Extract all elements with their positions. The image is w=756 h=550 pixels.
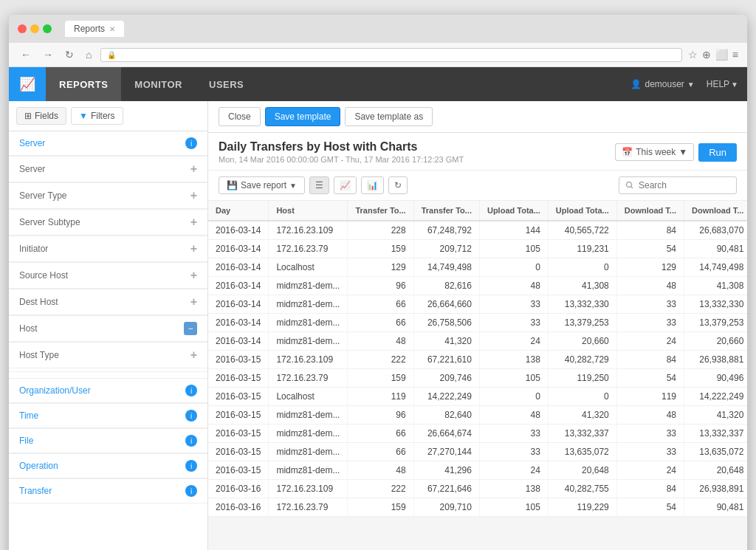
browser-tab[interactable]: Reports ✕: [65, 21, 124, 37]
table-row[interactable]: 2016-03-15midmz81-dem...4841,2962420,648…: [208, 461, 747, 480]
sidebar-section-org-user[interactable]: Organization/User i: [9, 378, 207, 403]
maximize-window-button[interactable]: [43, 24, 52, 33]
table-row[interactable]: 2016-03-15midmz81-dem...6626,664,6743313…: [208, 424, 747, 443]
sidebar-item-host[interactable]: Host −: [9, 315, 207, 342]
refresh-button[interactable]: ↻: [62, 47, 77, 62]
filters-tab[interactable]: ▼ Filters: [71, 107, 123, 125]
sidebar-item-server[interactable]: Server +: [9, 156, 207, 182]
sidebar-item-initiator[interactable]: Initiator +: [9, 236, 207, 262]
sidebar-server-type-label: Server Type: [19, 190, 66, 201]
table-cell: 48: [348, 461, 413, 480]
table-cell: 2016-03-15: [208, 369, 269, 388]
org-user-info-icon[interactable]: i: [185, 385, 197, 396]
table-row[interactable]: 2016-03-16172.16.23.10922267,221,6461384…: [208, 480, 747, 498]
navbar-items: REPORTS MONITOR USERS: [46, 67, 257, 101]
sidebar-item-server-subtype[interactable]: Server Subtype +: [9, 209, 207, 236]
run-button[interactable]: Run: [698, 143, 737, 162]
server-subtype-add-button[interactable]: +: [190, 216, 197, 229]
operation-info-icon[interactable]: i: [185, 460, 197, 472]
table-row[interactable]: 2016-03-15172.16.23.79159209,746105119,2…: [208, 369, 747, 388]
close-button[interactable]: Close: [219, 107, 261, 126]
date-range-selector[interactable]: 📅 This week ▼: [615, 143, 694, 161]
table-cell: 228: [348, 221, 413, 240]
bar-chart-view-button[interactable]: 📊: [361, 176, 384, 194]
file-info-icon[interactable]: i: [185, 435, 197, 447]
sidebar-host-type-label: Host Type: [19, 350, 59, 360]
table-row[interactable]: 2016-03-15172.16.23.10922267,221,6101384…: [208, 351, 747, 369]
server-type-add-button[interactable]: +: [190, 189, 197, 202]
browser-tab-close[interactable]: ✕: [109, 25, 115, 33]
user-menu[interactable]: 👤 demouser ▼: [630, 79, 694, 89]
table-cell: 20,660: [548, 332, 616, 351]
server-info-icon[interactable]: i: [185, 137, 197, 149]
search-wrapper: [619, 176, 737, 194]
sidebar-section-file[interactable]: File i: [9, 428, 207, 453]
sidebar-section-operation[interactable]: Operation i: [9, 453, 207, 478]
table-row[interactable]: 2016-03-14Localhost12914,749,4980012914,…: [208, 258, 747, 277]
menu-icon[interactable]: ≡: [732, 49, 738, 61]
minimize-window-button[interactable]: [30, 24, 39, 33]
search-input[interactable]: [619, 176, 737, 194]
sidebar-item-server-type[interactable]: Server Type +: [9, 182, 207, 209]
line-chart-view-button[interactable]: 📈: [334, 176, 357, 194]
table-cell: 2016-03-16: [208, 498, 269, 517]
help-menu[interactable]: HELP ▼: [707, 79, 738, 89]
server-section-header[interactable]: Server i: [9, 131, 207, 156]
source-host-add-button[interactable]: +: [190, 269, 197, 282]
table-cell: 2016-03-16: [208, 480, 269, 498]
sidebar-item-source-host[interactable]: Source Host +: [9, 262, 207, 289]
close-window-button[interactable]: [18, 24, 27, 33]
refresh-view-button[interactable]: ↻: [388, 176, 408, 194]
table-row[interactable]: 2016-03-15midmz81-dem...9682,6404841,320…: [208, 406, 747, 424]
transfer-info-icon[interactable]: i: [185, 485, 197, 497]
table-row[interactable]: 2016-03-15Localhost11914,222,2490011914,…: [208, 388, 747, 406]
table-row[interactable]: 2016-03-14midmz81-dem...6626,664,6603313…: [208, 295, 747, 314]
browser-window-controls: [18, 24, 52, 33]
fields-tab[interactable]: ⊞ Fields: [16, 107, 66, 125]
home-button[interactable]: ⌂: [83, 47, 94, 62]
back-button[interactable]: ←: [18, 47, 34, 62]
table-cell: 2016-03-14: [208, 240, 269, 258]
table-row[interactable]: 2016-03-16172.16.23.79159209,710105119,2…: [208, 498, 747, 517]
dest-host-add-button[interactable]: +: [190, 295, 197, 309]
initiator-add-button[interactable]: +: [190, 242, 197, 255]
navbar-item-users[interactable]: USERS: [196, 67, 257, 101]
table-row[interactable]: 2016-03-14midmz81-dem...6626,758,5063313…: [208, 314, 747, 332]
sidebar-item-host-type[interactable]: Host Type +: [9, 342, 207, 368]
host-type-add-button[interactable]: +: [190, 348, 197, 362]
server-add-button[interactable]: +: [190, 162, 197, 176]
time-info-icon[interactable]: i: [185, 410, 197, 422]
table-row[interactable]: 2016-03-14midmz81-dem...4841,3202420,660…: [208, 332, 747, 351]
host-collapse-button[interactable]: −: [184, 322, 197, 335]
sidebar-item-dest-host[interactable]: Dest Host +: [9, 289, 207, 315]
table-cell: 119: [348, 388, 413, 406]
save-template-button[interactable]: Save template: [265, 107, 341, 126]
navbar-item-reports[interactable]: REPORTS: [46, 67, 121, 101]
table-cell: 33: [616, 443, 684, 461]
extension-icon[interactable]: ⬜: [715, 49, 728, 61]
col-upload-total-1: Upload Tota...: [479, 201, 548, 221]
table-cell: 222: [348, 351, 413, 369]
table-row[interactable]: 2016-03-15midmz81-dem...6627,270,1443313…: [208, 443, 747, 461]
table-row[interactable]: 2016-03-14midmz81-dem...9682,6164841,308…: [208, 277, 747, 295]
address-bar[interactable]: 🔒: [100, 48, 681, 62]
navbar-brand[interactable]: 📈: [9, 67, 46, 101]
chrome-icon[interactable]: ⊕: [702, 49, 711, 61]
table-row[interactable]: 2016-03-14172.16.23.10922867,248,7921444…: [208, 221, 747, 240]
sidebar-section-transfer[interactable]: Transfer i: [9, 478, 207, 503]
save-report-caret-icon: ▼: [289, 182, 297, 190]
navbar-item-monitor[interactable]: MONITOR: [121, 67, 196, 101]
col-download-t-2: Download T...: [684, 201, 747, 221]
date-range-label: This week: [636, 147, 676, 157]
table-row[interactable]: 2016-03-14172.16.23.79159209,712105119,2…: [208, 240, 747, 258]
star-icon[interactable]: ☆: [688, 49, 698, 61]
save-template-as-button[interactable]: Save template as: [345, 107, 433, 126]
save-report-button[interactable]: 💾 Save report ▼: [219, 176, 305, 194]
sidebar-section-time[interactable]: Time i: [9, 403, 207, 428]
table-cell: 84: [616, 351, 684, 369]
table-cell: 84: [616, 480, 684, 498]
table-view-button[interactable]: ☰: [309, 176, 329, 194]
sidebar-initiator-label: Initiator: [19, 244, 48, 254]
table-cell: 13,332,330: [684, 295, 747, 314]
forward-button[interactable]: →: [40, 47, 56, 62]
